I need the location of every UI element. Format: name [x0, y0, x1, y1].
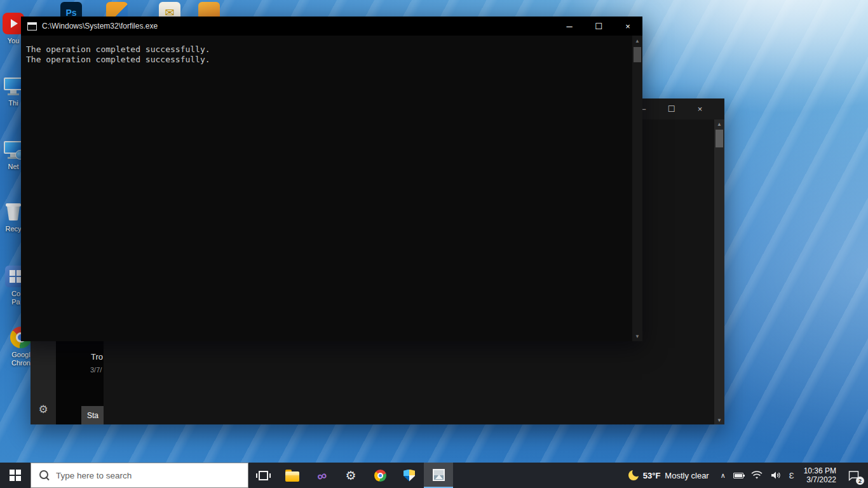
- gear-icon: ⚙: [345, 470, 356, 482]
- weather-condition: Mostly clear: [665, 471, 709, 480]
- input-indicator[interactable]: Ɛ: [785, 463, 798, 488]
- scroll-up-icon[interactable]: ▲: [714, 119, 724, 128]
- file-explorer-button[interactable]: [278, 463, 307, 488]
- bgw-close-button[interactable]: ×: [686, 98, 714, 119]
- console-scrollbar[interactable]: ▲ ▼: [632, 36, 642, 341]
- console-scrollbar-thumb[interactable]: [634, 47, 641, 62]
- photo-app-icon: [433, 469, 445, 481]
- shield-icon: [403, 470, 415, 482]
- volume-tray-button[interactable]: [766, 463, 785, 488]
- active-app-button[interactable]: [424, 463, 453, 488]
- console-minimize-button[interactable]: ─: [555, 17, 584, 36]
- clock[interactable]: 10:36 PM 3/7/2022: [798, 466, 842, 484]
- search-icon: [39, 470, 50, 481]
- console-window-title: C:\Windows\System32\forfiles.exe: [42, 22, 158, 30]
- settings-gear-icon[interactable]: ⚙: [31, 403, 56, 416]
- chrome-icon: [374, 470, 386, 482]
- folder-icon: [285, 472, 299, 482]
- visual-studio-button[interactable]: ∞: [307, 463, 336, 488]
- weather-widget[interactable]: 53°F Mostly clear: [621, 463, 717, 488]
- console-output-line: The operation completed successfully.: [26, 44, 627, 55]
- game-tile-title: Tro: [91, 352, 103, 362]
- notification-badge: 2: [856, 477, 864, 485]
- battery-tray-button[interactable]: [729, 463, 747, 488]
- scroll-up-icon[interactable]: ▲: [632, 36, 642, 45]
- bgw-sidebar: ⚙: [31, 341, 56, 424]
- bgw-scrollbar-thumb[interactable]: [715, 130, 723, 147]
- speaker-icon: [770, 471, 782, 480]
- desktop: Ps ✉ You Thi Net Recy Co Pa Googl Chron: [0, 0, 868, 488]
- clock-date: 3/7/2022: [804, 475, 836, 484]
- moon-icon: [628, 470, 639, 480]
- bgw-start-button[interactable]: Sta: [81, 406, 104, 424]
- scroll-down-icon[interactable]: ▼: [714, 416, 724, 424]
- defender-button[interactable]: [395, 463, 424, 488]
- chevron-up-icon: ∧: [721, 471, 726, 480]
- network-tray-button[interactable]: [747, 463, 766, 488]
- scroll-down-icon[interactable]: ▼: [632, 332, 642, 341]
- settings-button[interactable]: ⚙: [336, 463, 365, 488]
- bgw-maximize-button[interactable]: ☐: [657, 98, 686, 119]
- action-center-button[interactable]: 2: [842, 463, 868, 488]
- windows-logo-icon: [10, 470, 21, 481]
- task-view-button[interactable]: [248, 463, 278, 488]
- console-titlebar[interactable]: C:\Windows\System32\forfiles.exe ─ ☐ ×: [21, 17, 642, 36]
- ime-glyph: Ɛ: [789, 471, 794, 480]
- chrome-button[interactable]: [365, 463, 395, 488]
- console-output: The operation completed successfully. Th…: [21, 36, 642, 341]
- clock-time: 10:36 PM: [804, 466, 836, 475]
- task-view-icon: [259, 471, 268, 480]
- wifi-icon: [751, 471, 763, 480]
- taskbar-search[interactable]: [31, 463, 248, 488]
- console-output-line: The operation completed successfully.: [26, 55, 627, 65]
- bgw-scrollbar[interactable]: ▲ ▼: [714, 119, 724, 424]
- search-input[interactable]: [56, 471, 248, 480]
- console-close-button[interactable]: ×: [613, 17, 642, 36]
- game-tile-date: 3/7/: [90, 366, 102, 374]
- console-maximize-button[interactable]: ☐: [584, 17, 613, 36]
- battery-icon: [733, 473, 743, 478]
- start-button[interactable]: [0, 463, 31, 488]
- weather-temp: 53°F: [643, 471, 661, 480]
- taskbar: ∞ ⚙ 53°F Mostly clear ∧: [0, 463, 868, 488]
- tray-expand-button[interactable]: ∧: [717, 463, 729, 488]
- console-window: C:\Windows\System32\forfiles.exe ─ ☐ × T…: [21, 17, 642, 341]
- console-app-icon: [27, 22, 37, 30]
- visual-studio-icon: ∞: [315, 468, 328, 483]
